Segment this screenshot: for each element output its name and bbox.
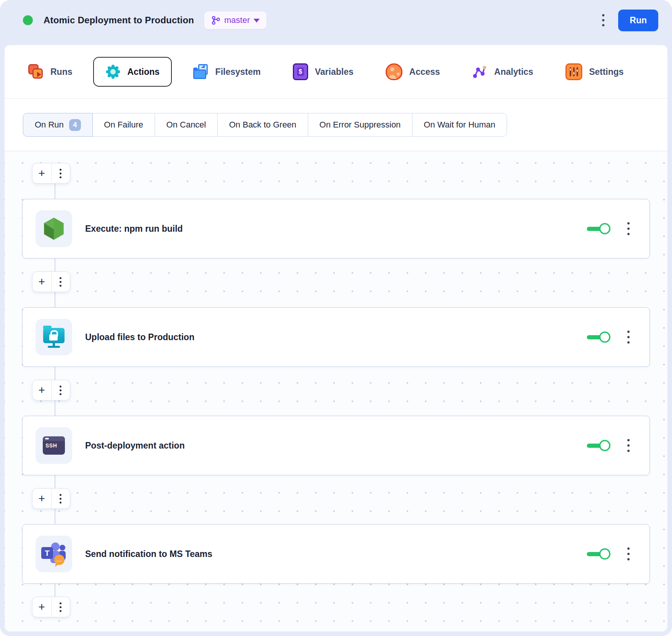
tab-runs[interactable]: Runs [28,64,73,79]
filesystem-icon [193,64,208,79]
runs-icon [28,64,44,79]
upload-lock-icon [36,319,72,355]
analytics-icon [472,65,487,79]
add-action-button[interactable]: + [32,380,51,400]
action-slot-menu-button[interactable] [51,489,70,508]
add-action-group: + [32,488,70,509]
pipeline-canvas: + Execute: npm run build [5,151,667,631]
main-panel: Runs Actions Filesystem [5,45,667,631]
pipeline-app: Atomic Deployment to Production master R… [0,0,672,636]
action-enabled-toggle[interactable] [586,439,611,452]
action-menu-button[interactable] [624,219,633,238]
run-button[interactable]: Run [618,10,658,31]
action-card[interactable]: T ... Send notification to MS Teams [22,524,650,584]
branch-name: master [224,15,250,25]
action-title: Post-deployment action [85,441,185,451]
tab-filesystem[interactable]: Filesystem [193,64,261,79]
action-enabled-toggle[interactable] [586,547,611,561]
branch-selector[interactable]: master [204,11,267,29]
settings-icon [565,63,582,80]
action-title: Send notification to MS Teams [85,549,212,559]
action-menu-button[interactable] [624,436,633,455]
actions-gear-icon [105,64,121,79]
action-slot-menu-button[interactable] [51,597,70,617]
ms-teams-icon: T ... [36,536,72,572]
action-card[interactable]: Upload files to Production [22,307,650,367]
add-action-button[interactable]: + [32,163,51,183]
action-enabled-toggle[interactable] [586,222,611,236]
page-title: Atomic Deployment to Production [44,15,194,26]
ssh-terminal-icon: SSH [36,427,72,464]
main-tabs: Runs Actions Filesystem [5,45,667,99]
tab-settings[interactable]: Settings [565,63,624,80]
add-action-group: + [32,271,70,292]
subtab-on-failure[interactable]: On Failure [92,113,155,137]
header: Atomic Deployment to Production master R… [0,0,672,45]
tab-analytics[interactable]: Analytics [472,65,533,79]
action-card[interactable]: Execute: npm run build [22,199,650,258]
action-card[interactable]: SSH Post-deployment action [22,416,650,475]
tab-actions[interactable]: Actions [93,57,172,87]
action-slot-menu-button[interactable] [51,272,70,292]
subtab-on-error-suppression[interactable]: On Error Suppression [308,113,413,137]
header-more-menu-button[interactable] [598,10,608,30]
nodejs-icon [36,210,72,247]
add-action-button[interactable]: + [32,597,51,617]
add-action-group: + [32,163,70,184]
on-run-count-badge: 4 [69,119,81,131]
access-icon [386,63,402,80]
tab-variables[interactable]: $ Variables [293,63,354,80]
variables-icon: $ [293,63,308,80]
action-menu-button[interactable] [624,544,633,563]
add-action-button[interactable]: + [32,489,51,508]
trigger-subtabs-row: On Run 4 On Failure On Cancel On Back to… [5,99,667,151]
status-dot-icon [23,15,33,25]
subtab-on-run[interactable]: On Run 4 [23,113,93,137]
action-enabled-toggle[interactable] [586,330,611,344]
add-action-group: + [32,380,70,400]
action-menu-button[interactable] [624,328,633,347]
chevron-down-icon [254,19,260,23]
tab-access[interactable]: Access [386,63,440,80]
action-slot-menu-button[interactable] [51,163,70,183]
subtab-on-wait-for-human[interactable]: On Wait for Human [412,113,507,137]
action-title: Execute: npm run build [85,224,183,234]
add-action-group: + [32,597,70,617]
action-slot-menu-button[interactable] [51,380,70,400]
git-branch-icon [211,15,220,25]
subtab-on-cancel[interactable]: On Cancel [155,113,218,137]
action-title: Upload files to Production [85,332,194,342]
subtab-on-back-to-green[interactable]: On Back to Green [217,113,308,137]
add-action-button[interactable]: + [32,272,51,292]
